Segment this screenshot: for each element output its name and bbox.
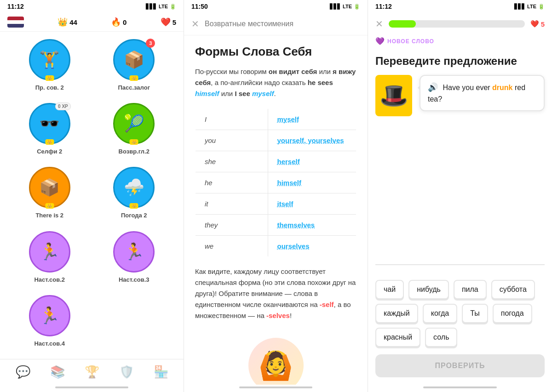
gem-icon: 💜 <box>375 37 385 45</box>
lesson-icon: 📦 <box>124 50 144 69</box>
lesson-circle[interactable]: 🎾 👑 <box>113 103 155 144</box>
list-item[interactable]: 🏃 Наст.сов.3 <box>96 231 173 288</box>
panel-lessons: 11:12 ▋▋▋ LTE 🔋 👑 44 🔥 0 ❤️ 5 🏋️ 👑 <box>0 0 184 392</box>
sentence-before: Have you ever <box>443 84 492 91</box>
list-item[interactable]: 🕶️ 👑 0 XP Селфи 2 <box>11 103 88 159</box>
list-item[interactable]: ⛈️ 👑 Погода 2 <box>96 167 173 223</box>
lesson-heading: Формы Слова Себя <box>195 45 356 59</box>
heart-icon-nav: ❤️ <box>161 17 171 27</box>
lesson-circle[interactable]: 📦 👑 3 <box>113 39 155 80</box>
word-chip-pila[interactable]: пила <box>454 280 487 299</box>
speech-bubble: 🔊 Have you ever drunk red tea? <box>420 75 545 111</box>
lesson-icon: 🏃 <box>39 242 60 261</box>
close-icon[interactable]: ✕ <box>191 18 199 29</box>
flag-icon[interactable] <box>7 17 24 28</box>
tab-trophy[interactable]: 🏆 <box>85 365 99 379</box>
panel-exercise: 11:12 ▋▋▋ LTE 🔋 ✕ ❤️ 5 💜 НОВОЕ СЛОВО Пер… <box>368 0 552 392</box>
battery-icon-3: 🔋 <box>538 4 545 10</box>
list-item[interactable]: 🏃 Наст.сов.2 <box>11 231 88 288</box>
tab-shield[interactable]: 🛡️ <box>119 365 134 379</box>
check-button[interactable]: ПРОВЕРИТЬ <box>375 354 545 377</box>
exercise-prompt: Переведите предложение <box>368 51 552 75</box>
list-item[interactable]: 📦 👑 There is 2 <box>11 167 88 223</box>
crown-badge: 👑 <box>45 139 54 145</box>
table-row: I myself <box>196 109 356 130</box>
status-bar-2: 11:50 ▋▋▋ LTE 🔋 <box>184 0 368 13</box>
list-item[interactable]: 🎾 👑 Возвр.гл.2 <box>96 103 173 159</box>
shield-count: 0 <box>123 18 126 26</box>
signal-bars: ▋▋▋ <box>146 4 157 10</box>
lesson-icon: 🏃 <box>39 306 60 325</box>
heart-count-exercise: 5 <box>541 20 545 28</box>
lesson-label: Наст.сов.2 <box>34 276 65 283</box>
character-illustration: 🎩 <box>375 75 412 116</box>
lesson-icon: 🏃 <box>124 242 144 261</box>
lesson-circle[interactable]: 🏃 <box>29 231 70 273</box>
table-row: you yourself, yourselves <box>196 130 356 151</box>
list-item[interactable]: 🏋️ 👑 Пр. сов. 2 <box>11 39 88 96</box>
signal-bars-3: ▋▋▋ <box>514 4 525 10</box>
signal-bars-2: ▋▋▋ <box>330 4 341 10</box>
lesson-icon: ⛈️ <box>124 178 144 197</box>
table-row: he himself <box>196 172 356 193</box>
home-bar-2 <box>239 386 313 388</box>
reflexive-cell: yourself, yourselves <box>268 130 356 151</box>
reflexive-cell: herself <box>268 151 356 172</box>
list-item[interactable]: 🏃 Наст.сов.4 <box>11 295 88 352</box>
lesson-label: Наст.сов.4 <box>34 340 65 347</box>
heart-icon-exercise: ❤️ <box>530 20 539 28</box>
lesson-label: There is 2 <box>35 212 63 219</box>
lesson-image-area: 🙆 <box>195 330 356 385</box>
tab-chat[interactable]: 💬 <box>16 365 30 379</box>
lesson-circle[interactable]: ⛈️ 👑 <box>113 167 155 208</box>
lesson-label: Возвр.гл.2 <box>119 148 150 155</box>
close-icon-exercise[interactable]: ✕ <box>375 18 383 29</box>
word-chip-krasniy[interactable]: красный <box>375 328 420 347</box>
lesson-intro: По-русски мы говорим он видит себя или я… <box>195 66 356 99</box>
lesson-icon: 🏋️ <box>39 50 60 69</box>
word-chip-kogda[interactable]: когда <box>423 304 457 323</box>
streak-stat: 👑 44 <box>58 17 77 27</box>
xp-badge: 0 XP <box>55 102 71 110</box>
lesson-circle[interactable]: 🏃 <box>29 295 70 336</box>
crown-badge: 👑 <box>130 139 138 145</box>
word-chip-sol[interactable]: соль <box>425 328 457 347</box>
status-bar-1: 11:12 ▋▋▋ LTE 🔋 <box>0 0 184 13</box>
lesson-circle[interactable]: 📦 👑 <box>29 167 70 208</box>
word-chip-pogoda[interactable]: погода <box>493 304 532 323</box>
lesson-illustration: 🙆 <box>248 338 304 385</box>
lesson-circle[interactable]: 🏋️ 👑 <box>29 39 70 80</box>
shield-stat: 🔥 0 <box>111 17 126 27</box>
lesson-label: Пр. сов. 2 <box>35 84 64 91</box>
lesson-label: Погода 2 <box>121 212 147 219</box>
table-row: she herself <box>196 151 356 172</box>
highlight-selves: -selves <box>266 312 290 319</box>
word-chip-kazhdiy[interactable]: каждый <box>375 304 418 323</box>
answer-area[interactable] <box>375 127 545 265</box>
word-chip-subbota[interactable]: суббота <box>491 280 535 299</box>
signal-icons-3: ▋▋▋ LTE 🔋 <box>514 4 545 10</box>
lesson-circle[interactable]: 🕶️ 👑 0 XP <box>29 103 70 144</box>
bottom-nav: 💬 📚 🏆 🛡️ 🏪 <box>0 359 184 385</box>
time-2: 11:50 <box>191 3 208 10</box>
reflexive-cell: myself <box>268 109 356 130</box>
reflexive-cell: itself <box>268 193 356 215</box>
tab-lessons[interactable]: 📚 <box>50 365 65 379</box>
pronoun-cell: you <box>196 130 268 151</box>
table-row: it itself <box>196 193 356 215</box>
reflexive-cell: ourselves <box>268 236 356 257</box>
word-chip-ty[interactable]: Ты <box>462 304 488 323</box>
lesson-icon: 📦 <box>39 178 60 197</box>
lesson-circle[interactable]: 🏃 <box>113 231 155 273</box>
word-chips-area: чай нибудь пила суббота каждый когда Ты … <box>368 273 552 354</box>
new-word-label: НОВОЕ СЛОВО <box>387 38 434 45</box>
heart-count-nav: 5 <box>172 18 176 26</box>
progress-bar-fill <box>389 20 416 28</box>
tab-store[interactable]: 🏪 <box>154 365 168 379</box>
status-bar-3: 11:12 ▋▋▋ LTE 🔋 <box>368 0 552 13</box>
list-item[interactable]: 📦 👑 3 Пасс.залог <box>96 39 173 96</box>
word-chip-chai[interactable]: чай <box>375 280 404 299</box>
word-chip-nibud[interactable]: нибудь <box>408 280 449 299</box>
speaker-icon[interactable]: 🔊 <box>428 83 438 92</box>
home-bar <box>55 386 129 388</box>
